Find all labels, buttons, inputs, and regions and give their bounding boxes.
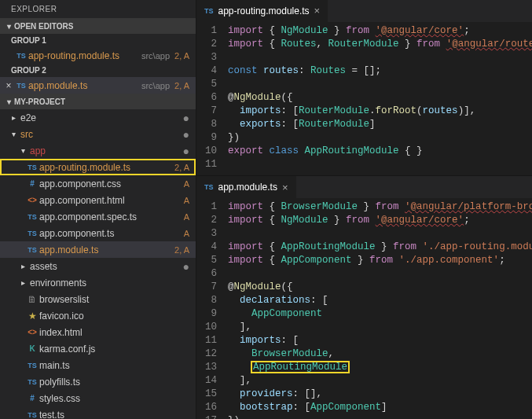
- open-editor-1-name: app-routing.module.ts: [28, 50, 138, 61]
- tree-file-styles[interactable]: #styles.css: [0, 390, 196, 406]
- chevron-down-icon: ▾: [6, 130, 20, 138]
- open-editor-2-path: src\app: [141, 81, 170, 90]
- highlighted-approutingmodule: AppRoutingModule: [251, 362, 349, 373]
- favicon-icon: ★: [25, 311, 39, 322]
- tab-label: app-routing.module.ts: [218, 6, 310, 17]
- tree-file-app-css[interactable]: #app.component.cssA: [0, 175, 196, 192]
- chevron-right-icon: ▸: [16, 278, 30, 287]
- dirty-dot-icon: ●: [178, 145, 189, 156]
- tree-file-polyfills[interactable]: TSpolyfills.ts: [0, 373, 196, 390]
- dirty-dot-icon: ●: [178, 129, 189, 140]
- open-editor-2-badge: 2, A: [170, 81, 189, 90]
- tree-folder-assets[interactable]: ▸assets●: [0, 258, 196, 274]
- open-editor-1-path: src\app: [141, 51, 170, 61]
- close-icon[interactable]: ×: [282, 182, 288, 193]
- tab-bar-bottom: TS app.module.ts ×: [196, 176, 532, 198]
- editor-pane-bottom: TS app.module.ts × 123456789101112131415…: [196, 176, 532, 419]
- editor-area: TS app-routing.module.ts × 1234567891011…: [196, 0, 532, 419]
- chevron-down-icon: ▾: [3, 97, 14, 106]
- tree-file-app-routing[interactable]: TSapp-routing.module.ts2, A: [0, 159, 196, 175]
- tab-label: app.module.ts: [218, 182, 277, 193]
- typescript-icon: TS: [25, 362, 39, 369]
- chevron-right-icon: ▸: [6, 113, 20, 122]
- open-editor-1-badge: 2, A: [170, 51, 189, 61]
- css-icon: #: [25, 179, 39, 188]
- line-gutter: 1234567891011: [196, 24, 228, 171]
- typescript-icon: TS: [204, 7, 214, 15]
- tree-folder-environments[interactable]: ▸environments: [0, 274, 196, 291]
- tree-file-main[interactable]: TSmain.ts: [0, 357, 196, 373]
- project-header[interactable]: ▾ MY-PROJECT: [0, 94, 196, 109]
- tree-file-test[interactable]: TStest.ts: [0, 406, 196, 419]
- karma-icon: K: [25, 344, 39, 353]
- chevron-down-icon: ▾: [16, 146, 30, 155]
- tree-file-favicon[interactable]: ★favicon.ico: [0, 307, 196, 324]
- typescript-icon: TS: [25, 213, 39, 221]
- line-gutter: 12345678910111213141516171819: [196, 200, 228, 419]
- open-editors-label: OPEN EDITORS: [14, 22, 73, 31]
- tree-folder-e2e[interactable]: ▸e2e●: [0, 109, 196, 126]
- html-icon: <>: [25, 328, 39, 336]
- open-editor-2[interactable]: × TS app.module.ts src\app 2, A: [0, 77, 196, 94]
- typescript-icon: TS: [204, 183, 214, 191]
- file-tree: ▸e2e● ▾src● ▾app● TSapp-routing.module.t…: [0, 109, 196, 419]
- typescript-icon: TS: [14, 52, 28, 60]
- tree-file-index[interactable]: <>index.html: [0, 324, 196, 340]
- tree-file-karma[interactable]: Kkarma.conf.js: [0, 340, 196, 357]
- html-icon: <>: [25, 196, 39, 204]
- tree-file-app-component[interactable]: TSapp.component.tsA: [0, 225, 196, 241]
- code-content-bottom: import { BrowserModule } from '@angular/…: [228, 200, 532, 419]
- typescript-icon: TS: [14, 82, 28, 90]
- dirty-dot-icon: ●: [178, 261, 189, 272]
- project-name: MY-PROJECT: [14, 97, 65, 106]
- open-editors-header[interactable]: ▾ OPEN EDITORS: [0, 18, 196, 34]
- typescript-icon: TS: [25, 230, 39, 237]
- close-icon[interactable]: ×: [3, 80, 14, 91]
- tab-app-module[interactable]: TS app.module.ts ×: [196, 176, 297, 198]
- tree-folder-app[interactable]: ▾app●: [0, 142, 196, 159]
- explorer-sidebar: EXPLORER ▾ OPEN EDITORS GROUP 1 TS app-r…: [0, 0, 196, 419]
- tree-file-app-module[interactable]: TSapp.module.ts2, A: [0, 241, 196, 258]
- typescript-icon: TS: [25, 411, 39, 419]
- group-2-label: GROUP 2: [0, 64, 196, 77]
- css-icon: #: [25, 394, 39, 402]
- typescript-icon: TS: [25, 164, 39, 171]
- open-editor-2-name: app.module.ts: [28, 80, 138, 91]
- code-area-top[interactable]: 1234567891011 import { NgModule } from '…: [196, 22, 532, 175]
- typescript-icon: TS: [25, 378, 39, 386]
- code-content-top: import { NgModule } from '@angular/core'…: [228, 24, 532, 171]
- editor-pane-top: TS app-routing.module.ts × 1234567891011…: [196, 0, 532, 176]
- tab-app-routing[interactable]: TS app-routing.module.ts ×: [196, 0, 328, 22]
- code-area-bottom[interactable]: 12345678910111213141516171819 import { B…: [196, 198, 532, 419]
- tree-file-browserslist[interactable]: 🗎browserslist: [0, 291, 196, 307]
- open-editor-1[interactable]: TS app-routing.module.ts src\app 2, A: [0, 47, 196, 64]
- tree-file-app-html[interactable]: <>app.component.htmlA: [0, 192, 196, 208]
- tree-file-app-spec[interactable]: TSapp.component.spec.tsA: [0, 208, 196, 225]
- chevron-down-icon: ▾: [3, 22, 14, 31]
- group-1-label: GROUP 1: [0, 34, 196, 47]
- chevron-right-icon: ▸: [16, 262, 30, 270]
- close-icon[interactable]: ×: [314, 5, 321, 17]
- tree-folder-src[interactable]: ▾src●: [0, 126, 196, 142]
- explorer-title: EXPLORER: [0, 0, 196, 18]
- typescript-icon: TS: [25, 246, 39, 254]
- dirty-dot-icon: ●: [178, 112, 189, 123]
- file-icon: 🗎: [25, 294, 39, 305]
- tab-bar-top: TS app-routing.module.ts ×: [196, 0, 532, 22]
